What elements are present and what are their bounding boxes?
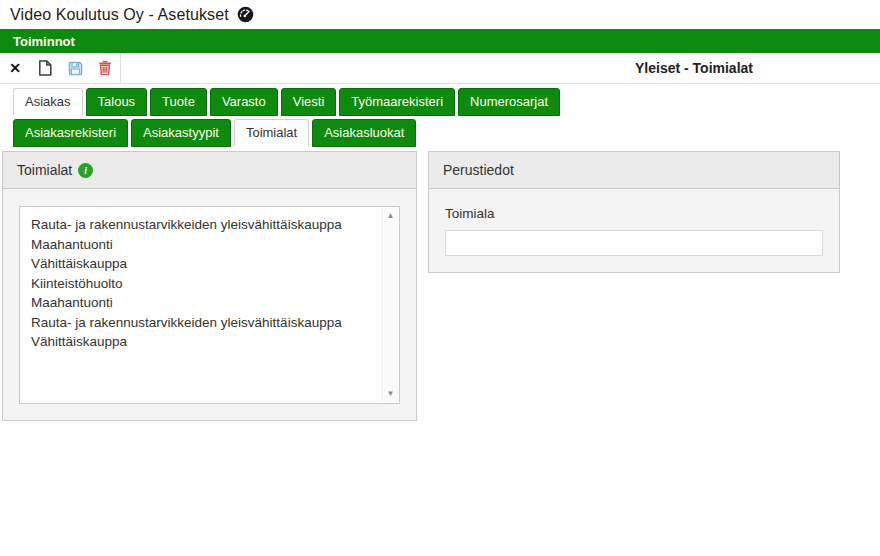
- scroll-up-icon[interactable]: ▲: [387, 212, 395, 220]
- menubar: Toiminnot: [0, 29, 880, 53]
- perustiedot-panel-body: Toimiala: [429, 189, 839, 272]
- perustiedot-panel: Perustiedot Toimiala: [428, 151, 840, 273]
- list-item[interactable]: Rauta- ja rakennustarvikkeiden yleisvähi…: [31, 215, 369, 235]
- menu-toiminnot[interactable]: Toiminnot: [13, 34, 75, 49]
- info-icon[interactable]: i: [78, 163, 93, 178]
- tab-asiakasrekisteri[interactable]: Asiakasrekisteri: [13, 119, 128, 147]
- save-icon: [68, 61, 83, 76]
- listbox-scrollbar[interactable]: ▲ ▼: [382, 208, 398, 402]
- perustiedot-panel-header: Perustiedot: [429, 152, 839, 189]
- close-icon: ✕: [9, 61, 21, 75]
- tab-tyomaarekisteri[interactable]: Työmaarekisteri: [339, 88, 455, 116]
- tab-viesti[interactable]: Viesti: [281, 88, 337, 116]
- toimialat-panel-title: Toimialat: [17, 162, 72, 178]
- delete-button[interactable]: [90, 53, 120, 83]
- scroll-down-icon[interactable]: ▼: [387, 390, 395, 398]
- list-item[interactable]: Kiinteistöhuolto: [31, 274, 369, 294]
- content-area: Toimialat i Rauta- ja rakennustarvikkeid…: [2, 151, 880, 421]
- tachometer-icon[interactable]: [237, 6, 254, 23]
- app-window: Video Koulutus Oy - Asetukset Toiminnot …: [0, 0, 880, 421]
- list-item[interactable]: Maahantuonti: [31, 293, 369, 313]
- toolbar: ✕ Yleiset - Toimialat: [0, 53, 880, 84]
- toolbar-separator: [120, 53, 121, 83]
- tab-numerosarjat[interactable]: Numerosarjat: [458, 88, 560, 116]
- tab-asiakas[interactable]: Asiakas: [13, 88, 83, 116]
- tab-row-main: Asiakas Talous Tuote Varasto Viesti Työm…: [13, 88, 880, 116]
- toimiala-field-label: Toimiala: [445, 206, 823, 221]
- toimiala-input[interactable]: [445, 230, 823, 256]
- tab-talous[interactable]: Talous: [86, 88, 148, 116]
- new-record-button[interactable]: [30, 53, 60, 83]
- toimialat-listbox[interactable]: Rauta- ja rakennustarvikkeiden yleisvähi…: [19, 206, 400, 404]
- list-item[interactable]: Rauta- ja rakennustarvikkeiden yleisvähi…: [31, 313, 369, 333]
- tab-toimialat[interactable]: Toimialat: [234, 119, 309, 147]
- list-item[interactable]: Maahantuonti: [31, 235, 369, 255]
- tab-tuote[interactable]: Tuote: [150, 88, 207, 116]
- perustiedot-panel-title: Perustiedot: [443, 162, 514, 178]
- tab-area: Asiakas Talous Tuote Varasto Viesti Työm…: [0, 84, 880, 147]
- close-button[interactable]: ✕: [0, 53, 30, 83]
- save-button[interactable]: [60, 53, 90, 83]
- tab-row-sub: Asiakasrekisteri Asiakastyypit Toimialat…: [13, 119, 880, 147]
- titlebar: Video Koulutus Oy - Asetukset: [0, 0, 880, 29]
- toimialat-panel-body: Rauta- ja rakennustarvikkeiden yleisvähi…: [3, 189, 416, 420]
- context-title: Yleiset - Toimialat: [635, 60, 753, 76]
- new-document-icon: [38, 60, 52, 76]
- tab-varasto[interactable]: Varasto: [210, 88, 278, 116]
- tab-asiakastyypit[interactable]: Asiakastyypit: [131, 119, 231, 147]
- window-title: Video Koulutus Oy - Asetukset: [10, 6, 229, 24]
- trash-icon: [98, 60, 112, 76]
- list-item[interactable]: Vähittäiskauppa: [31, 332, 369, 352]
- list-item[interactable]: Vähittäiskauppa: [31, 254, 369, 274]
- toimialat-panel-header: Toimialat i: [3, 152, 416, 189]
- tab-asiakasluokat[interactable]: Asiakasluokat: [312, 119, 416, 147]
- toimialat-panel: Toimialat i Rauta- ja rakennustarvikkeid…: [2, 151, 417, 421]
